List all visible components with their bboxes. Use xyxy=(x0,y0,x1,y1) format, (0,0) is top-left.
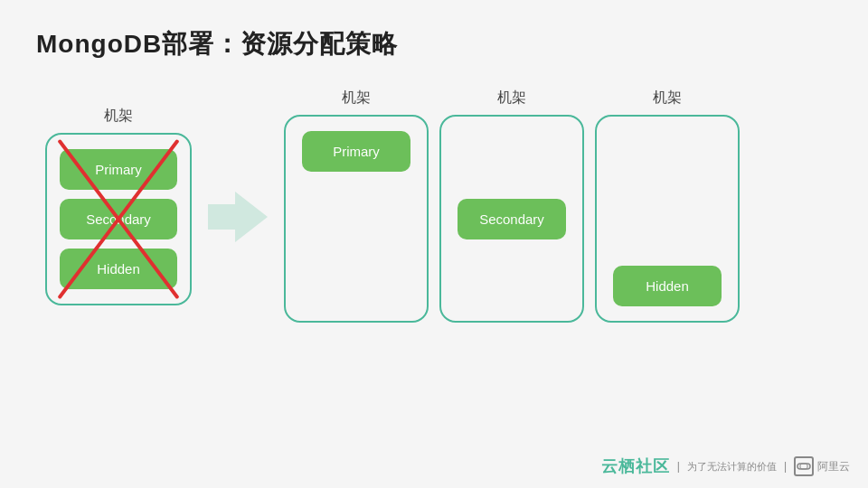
svg-rect-2 xyxy=(797,464,810,469)
watermark-separator: | xyxy=(677,460,680,473)
hidden-node-4: Hidden xyxy=(613,266,722,306)
rack-group-3: 机架 Secondary xyxy=(439,89,584,323)
rack-box-4: Hidden xyxy=(595,115,740,323)
rack-box-3: Secondary xyxy=(439,115,584,323)
rack-group-2: 机架 Primary xyxy=(284,89,429,323)
aliyun-text: 阿里云 xyxy=(817,459,850,474)
rack-group-1: 机架 Primary Secondary Hidden xyxy=(45,107,192,305)
rack-label-4: 机架 xyxy=(653,89,682,108)
hidden-node-1: Hidden xyxy=(60,249,177,289)
rack-group-4: 机架 Hidden xyxy=(595,89,740,323)
aliyun-icon xyxy=(794,456,814,476)
primary-node-1: Primary xyxy=(60,149,177,190)
racks-right: 机架 Primary 机架 Secondary 机架 Hidden xyxy=(284,89,740,323)
rack-label-2: 机架 xyxy=(342,89,371,108)
aliyun-svg xyxy=(797,459,811,474)
arrow-container xyxy=(192,192,284,242)
watermark-slogan: 为了无法计算的价值 xyxy=(687,460,777,474)
secondary-node-3: Secondary xyxy=(458,199,566,239)
first-rack-wrapper: Primary Secondary Hidden xyxy=(45,133,192,305)
watermark-logo: 阿里云 xyxy=(794,456,850,476)
diagram-area: 机架 Primary Secondary Hidden xyxy=(36,89,832,323)
page-title: MongoDB部署：资源分配策略 xyxy=(36,27,832,61)
arrow-head xyxy=(235,192,268,242)
secondary-node-1: Secondary xyxy=(60,199,177,239)
primary-node-2: Primary xyxy=(302,131,410,172)
arrow-body xyxy=(208,204,235,230)
arrow-right xyxy=(208,192,268,242)
rack-label-3: 机架 xyxy=(497,89,526,108)
rack-box-1: Primary Secondary Hidden xyxy=(45,133,192,305)
rack-box-2: Primary xyxy=(284,115,429,323)
watermark-brand: 云栖社区 xyxy=(601,455,670,477)
svg-rect-3 xyxy=(800,464,807,469)
slide: MongoDB部署：资源分配策略 机架 Primary Secondary Hi… xyxy=(0,0,868,488)
watermark: 云栖社区 | 为了无法计算的价值 | 阿里云 xyxy=(601,455,850,477)
rack-label-1: 机架 xyxy=(104,107,133,126)
watermark-separator-2: | xyxy=(784,460,787,473)
